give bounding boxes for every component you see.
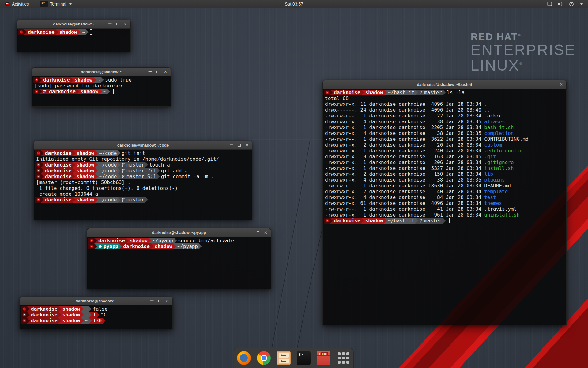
terminal-content[interactable]: darknoiseshadow~/bash-itmasterls -latota… [323, 89, 566, 325]
minimize-button[interactable]: — [248, 230, 252, 234]
terminal-content[interactable]: darknoiseshadow~ [17, 29, 130, 52]
redhat-prompt-icon [22, 319, 26, 323]
titlebar[interactable]: darknoise@shadow:~/bash-it —✕ [323, 80, 566, 89]
minimize-button[interactable]: — [544, 82, 548, 86]
file-list-row: -rwxrwxr-x. 1 darknoise darknoise 961 Ja… [324, 212, 565, 218]
prompt-segment-host: shadow [73, 150, 98, 156]
redhat-logo-icon [5, 2, 10, 6]
clock[interactable]: Sat 03:57 [0, 2, 588, 6]
redhat-prompt-icon [19, 30, 23, 34]
focused-app-menu[interactable]: $> Terminal [40, 1, 72, 7]
file-meta: -rwxrwxr-x. 1 darknoise darknoise 5327 J… [325, 165, 484, 171]
maximize-button[interactable] [116, 23, 119, 25]
file-list-row: drwxrwxr-x. 8 darknoise darknoise 163 Ja… [324, 154, 565, 159]
prompt-segment-user: darknoise [41, 174, 75, 179]
titlebar[interactable]: darknoise@shadow:~ —✕ [32, 68, 171, 76]
terminal-content[interactable]: darknoiseshadow~/pyappsource bin/activat… [87, 237, 271, 289]
activities-button[interactable]: Activities [2, 1, 31, 7]
file-name: bash_it.sh [484, 125, 514, 130]
command-text: false [93, 306, 107, 312]
file-meta: drwxrwxr-x. 4 darknoise darknoise 38 Jan… [325, 177, 484, 183]
app-grid-icon[interactable] [337, 351, 350, 365]
command-text: git init [122, 150, 145, 156]
terminal-cursor [111, 89, 114, 94]
firefox-icon[interactable] [237, 351, 251, 365]
caret-down-icon [69, 3, 72, 5]
terminal-window-bash-it: darknoise@shadow:~/bash-it —✕ darknoises… [322, 80, 567, 325]
git-branch-icon [122, 169, 125, 173]
window-title: darknoise@shadow:~/code [34, 143, 252, 148]
terminal-content[interactable]: darknoiseshadow~sudo true[sudo] password… [32, 76, 171, 106]
terminal-window-home-2: darknoise@shadow:~ —✕ darknoiseshadow~fa… [20, 297, 173, 329]
close-button[interactable]: ✕ [560, 82, 563, 86]
prompt-line: darknoiseshadow~/bash-itmasterls -la [324, 90, 565, 95]
file-name: .gitignore [484, 159, 514, 165]
file-name: lib [484, 171, 493, 177]
file-meta: -rwxrwxr-x. 1 darknoise darknoise 961 Ja… [325, 212, 484, 218]
minimize-button[interactable]: — [108, 22, 112, 25]
minimize-button[interactable]: — [148, 70, 152, 73]
file-meta: drwxrwxr-x. 4 darknoise darknoise 38 Jan… [325, 130, 484, 136]
redhat-prompt-icon [22, 307, 26, 311]
file-name: uninstall.sh [484, 212, 520, 218]
prompt-segment-host: shadow [73, 197, 98, 203]
close-button[interactable]: ✕ [245, 143, 249, 147]
activities-label: Activities [12, 2, 29, 6]
close-button[interactable]: ✕ [264, 231, 267, 235]
redhat-prompt-icon [325, 90, 329, 94]
redhat-prompt-icon [325, 219, 329, 223]
prompt-segment-path: ~/code [95, 174, 121, 179]
volume-icon[interactable] [558, 2, 564, 6]
prompt-segment-user: darknoise [27, 312, 61, 318]
prompt-segment-git: master [118, 197, 148, 203]
command-text: touch a [149, 162, 170, 168]
titlebar[interactable]: darknoise@shadow:~ —✕ [17, 20, 130, 29]
close-button[interactable]: ✕ [166, 299, 169, 303]
file-meta: drwxrwxr-x. 4 darknoise darknoise 38 Jan… [325, 119, 484, 125]
output-line: [sudo] password for darknoise: [33, 83, 170, 89]
prompt-segment-host: shadow [77, 89, 102, 94]
prompt-segment-path: ~/pyapp [173, 243, 202, 249]
system-menu-caret-icon[interactable] [580, 3, 583, 5]
titlebar[interactable]: darknoise@shadow:~/code —✕ [34, 141, 252, 150]
prompt-segment-path: ~/code [95, 150, 121, 156]
file-meta: -rw-rw-r--. 1 darknoise darknoise 22 Jan… [325, 113, 484, 119]
files-icon[interactable] [277, 351, 291, 365]
prompt-segment-host: shadow [151, 243, 176, 249]
maximize-button[interactable] [257, 231, 259, 234]
prompt-segment-user: darknoise [41, 168, 75, 174]
command-text: ^C [101, 312, 107, 318]
power-icon[interactable] [569, 2, 574, 6]
file-name: .. [484, 107, 490, 113]
close-button[interactable]: ✕ [164, 70, 167, 74]
redhat-prompt-icon [36, 174, 40, 178]
titlebar[interactable]: darknoise@shadow:~ —✕ [20, 297, 172, 305]
prompt-segment-user: darknoise [24, 29, 58, 35]
close-button[interactable]: ✕ [124, 22, 127, 26]
terminal-content[interactable]: darknoiseshadow~/codegit initInitialized… [34, 150, 252, 220]
maximize-button[interactable] [158, 300, 161, 302]
chrome-icon[interactable] [257, 351, 271, 365]
file-name: .git [484, 154, 496, 159]
file-list-row: -rwxrwxr-x. 1 darknoise darknoise 5327 J… [324, 165, 565, 171]
file-name: . [484, 101, 487, 107]
maximize-button[interactable] [238, 144, 241, 147]
file-list-row: drwxrwxr-x. 4 darknoise darknoise 38 Jan… [324, 177, 565, 183]
minimize-button[interactable]: — [230, 143, 233, 147]
toolbox-icon[interactable] [317, 351, 330, 365]
window-selector-icon[interactable] [547, 2, 552, 6]
titlebar[interactable]: darknoise@shadow:~/pyapp —✕ [87, 228, 271, 237]
terminal-content[interactable]: darknoiseshadow~falsedarknoiseshadow~1^C… [20, 305, 172, 329]
prompt-segment-user: darknoise [27, 306, 61, 312]
redhat-prompt-icon [22, 313, 26, 317]
minimize-button[interactable]: — [150, 299, 154, 302]
prompt-line: pyappdarknoiseshadow~/pyapp [88, 243, 270, 249]
output-line: 1 file changed, 0 insertions(+), 0 delet… [35, 185, 251, 191]
file-name: .travis.yml [484, 206, 517, 212]
terminal-icon[interactable]: $> [297, 351, 311, 365]
maximize-button[interactable] [552, 83, 555, 86]
redhat-prompt-icon [35, 90, 39, 94]
file-list-row: drwxrwxr-x. 2 darknoise darknoise 26 Jan… [324, 142, 565, 148]
maximize-button[interactable] [156, 71, 159, 73]
prompt-segment-user: darknoise [41, 197, 75, 203]
